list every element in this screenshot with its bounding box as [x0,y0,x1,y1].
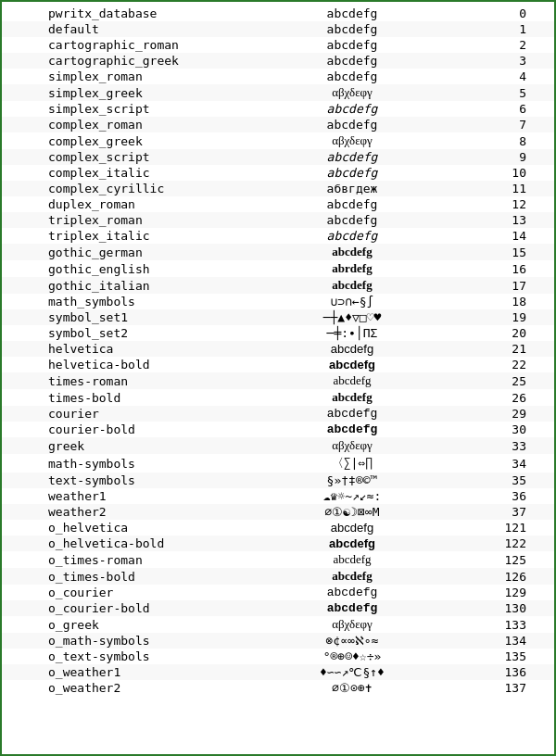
font-name: times-roman [2,374,206,388]
font-sample: αβχδεφγ [206,85,499,100]
font-name: gothic_english [2,262,206,276]
font-number: 11 [499,182,554,195]
table-row: defaultabcdefg1 [2,21,554,37]
font-name: courier [2,407,206,421]
font-number: 122 [499,536,554,550]
table-row: gothic_italianabcdefg17 [2,277,554,294]
table-row: simplex_greekαβχδεφγ5 [2,84,554,101]
font-sample: abcdefg [206,358,499,372]
font-number: 14 [499,229,554,243]
font-name: cartographic_greek [2,54,206,68]
font-sample: §»†‡®©™ [206,473,499,487]
font-name: complex_greek [2,134,206,148]
table-row: o_courier-boldabcdefg130 [2,600,554,616]
font-number: 35 [499,473,554,487]
font-number: 7 [499,118,554,132]
font-number: 10 [499,166,554,180]
font-sample: abcdefg [206,197,499,211]
font-number: 30 [499,422,554,436]
font-number: 19 [499,310,554,324]
font-number: 21 [499,342,554,356]
font-sample: abcdefg [206,552,499,567]
font-number: 0 [499,6,554,20]
table-row: gothic_germanabcdefg15 [2,244,554,260]
font-name: o_greek [2,618,206,632]
font-name: o_helvetica-bold [2,536,206,550]
font-name: text-symbols [2,473,206,487]
font-number: 15 [499,246,554,259]
font-sample: ─╪:∙│ΠΣ [206,326,499,340]
font-sample: abcdefg [206,569,499,584]
font-name: o_times-bold [2,570,206,584]
table-row: o_weather2⌀①⊙⊕✝137 [2,680,554,696]
font-name: o_text-symbols [2,649,206,663]
font-sample: ⊗¢∝∞ℵ∘≈ [206,634,499,648]
font-name: weather1 [2,489,206,503]
font-sample: ─┼▲♦▽□♡♥ [206,310,499,324]
table-row: o_math-symbols⊗¢∝∞ℵ∘≈134 [2,633,554,649]
font-sample: abcdefg [206,166,499,180]
font-name: symbol_set2 [2,326,206,340]
table-row: symbol_set1─┼▲♦▽□♡♥19 [2,309,554,325]
font-name: pwritx_database [2,6,206,20]
font-name: symbol_set1 [2,310,206,324]
table-row: o_helveticaabcdefg121 [2,520,554,536]
font-sample: abcdefg [206,6,499,20]
table-row: gothic_englishabrdefg16 [2,260,554,277]
font-sample: abcdefg [206,245,499,259]
font-name: o_helvetica [2,521,206,535]
table-row: greekαβχδεφγ33 [2,437,554,454]
font-number: 29 [499,407,554,421]
font-name: o_courier-bold [2,601,206,615]
font-sample: abcdefg [206,390,499,405]
font-sample: abcdefg [206,229,499,243]
table-row: helveticaabcdefg21 [2,341,554,357]
table-row: complex_romanabcdefg7 [2,117,554,132]
table-row: simplex_romanabcdefg4 [2,69,554,84]
table-row: courierabcdefg29 [2,406,554,422]
font-number: 25 [499,374,554,388]
font-number: 9 [499,150,554,164]
font-name: simplex_greek [2,86,206,100]
font-sample: ♦∽∽↗℃§↑♦ [206,665,499,679]
font-number: 133 [499,618,554,632]
table-row: o_helvetica-boldabcdefg122 [2,536,554,551]
font-sample: αβχδεφγ [206,438,499,453]
font-number: 3 [499,54,554,68]
font-name: o_courier [2,586,206,599]
font-number: 136 [499,665,554,679]
font-sample: abcdefg [206,54,499,68]
table-row: complex_greekαβχδεφγ8 [2,132,554,149]
font-number: 37 [499,505,554,519]
font-number: 1 [499,22,554,36]
font-sample: ⌀①⊙⊕✝ [206,681,499,695]
font-name: helvetica [2,342,206,356]
font-number: 121 [499,521,554,535]
font-number: 135 [499,649,554,663]
font-number: 26 [499,391,554,405]
table-row: times-romanabcdefg25 [2,372,554,389]
font-number: 129 [499,586,554,599]
table-row: pwritx_databaseabcdefg0 [2,6,554,21]
table-row: duplex_romanabcdefg12 [2,196,554,212]
font-name: o_weather1 [2,665,206,679]
font-name: cartographic_roman [2,38,206,52]
table-row: math-symbols〈∑∣⇔∏34 [2,454,554,472]
font-name: triplex_roman [2,213,206,227]
table-row: complex_scriptabcdefg9 [2,149,554,165]
font-name: gothic_german [2,246,206,259]
font-sample: αβχδεφγ [206,617,499,632]
table-row: o_courierabcdefg129 [2,585,554,600]
table-row: weather2⌀①☯☽⊠∞M37 [2,504,554,520]
table-row: cartographic_greekabcdefg3 [2,53,554,69]
font-sample: abcdefg [206,407,499,421]
table-row: o_text-symbols°®⊕☺♦☆÷»135 [2,649,554,664]
table-row: symbol_set2─╪:∙│ΠΣ20 [2,325,554,341]
font-sample: ∪⊃∩←§∫ [206,295,499,309]
font-name: o_times-roman [2,553,206,567]
font-sample: абвгдеж [206,182,499,195]
font-name: complex_italic [2,166,206,180]
font-number: 8 [499,134,554,148]
font-number: 12 [499,197,554,211]
font-sample: abcdefg [206,586,499,599]
